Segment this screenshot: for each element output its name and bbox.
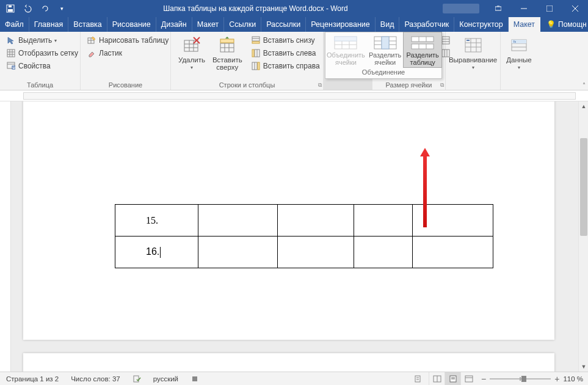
group-data: fx Данные <box>501 32 537 90</box>
dialog-launcher-icon[interactable]: ⧉ <box>440 82 444 89</box>
split-cells-label: Разделить ячейки <box>369 51 401 66</box>
insert-below-button[interactable]: Вставить снизу <box>249 34 322 46</box>
tab-table-layout[interactable]: Макет <box>509 17 540 32</box>
table-cell[interactable] <box>354 237 413 268</box>
zoom-level[interactable]: 110 % <box>563 375 583 383</box>
tab-constructor[interactable]: Конструктор <box>454 17 508 32</box>
delete-label: Удалить <box>178 56 205 64</box>
gridlines-label: Отобразить сетку <box>18 49 78 57</box>
group-draw: Нарисовать таблицу Ластик Рисование <box>81 32 171 90</box>
qat-more-icon[interactable]: ▾ <box>55 2 68 15</box>
view-print-button[interactable] <box>445 372 460 386</box>
split-cells-button[interactable]: Разделить ячейки <box>366 32 404 67</box>
table-cell[interactable] <box>413 205 493 237</box>
data-dropdown-button[interactable]: fx Данные <box>503 34 535 72</box>
status-wordcount[interactable]: Число слов: 37 <box>65 375 126 383</box>
table-cell[interactable] <box>277 205 354 237</box>
group-alignment: Выравнивание <box>446 32 501 90</box>
tab-design[interactable]: Дизайн <box>156 17 192 32</box>
properties-button[interactable]: Свойства <box>4 60 81 72</box>
tab-view[interactable]: Вид <box>376 17 400 32</box>
properties-label: Свойства <box>18 62 51 70</box>
titlebar: ▾ Шапка таблицы на каждой странице Word.… <box>0 0 588 17</box>
page-1[interactable]: 15. 16. <box>23 101 554 340</box>
tab-references[interactable]: Ссылки <box>224 17 261 32</box>
draw-table-button[interactable]: Нарисовать таблицу <box>84 34 171 46</box>
save-icon[interactable] <box>4 2 17 15</box>
view-web-button[interactable] <box>460 372 476 386</box>
table-row[interactable]: 16. <box>115 237 493 268</box>
track-changes-icon <box>414 375 423 383</box>
table-cell[interactable] <box>413 237 493 268</box>
status-proofing[interactable] <box>126 375 147 383</box>
scroll-thumb[interactable] <box>580 138 587 236</box>
vertical-ruler[interactable] <box>0 101 11 372</box>
svg-rect-37 <box>252 50 254 57</box>
merge-cells-label: Объединить ячейки <box>327 51 365 66</box>
tab-file[interactable]: Файл <box>0 17 29 32</box>
zoom-slider[interactable] <box>490 378 551 380</box>
status-bar: Страница 1 из 2 Число слов: 37 русский −… <box>0 372 588 385</box>
group-rowscols-label: Строки и столбцы⧉ <box>171 81 323 90</box>
minimize-icon[interactable] <box>511 0 537 17</box>
maximize-icon[interactable] <box>537 0 562 17</box>
status-page[interactable]: Страница 1 из 2 <box>0 375 65 383</box>
view-read-button[interactable] <box>429 372 445 386</box>
vertical-scrollbar[interactable]: ▲ ▼ <box>578 101 588 372</box>
page-2[interactable]: 17. 18. <box>23 353 554 372</box>
zoom-thumb[interactable] <box>521 376 526 382</box>
status-macro[interactable] <box>184 375 205 383</box>
account-badge[interactable] <box>443 4 479 13</box>
delete-icon <box>182 35 201 55</box>
horizontal-ruler[interactable] <box>0 90 588 101</box>
delete-button[interactable]: Удалить <box>175 34 209 72</box>
table-cell[interactable]: 15. <box>115 205 198 237</box>
merge-cells-icon <box>334 36 357 50</box>
tab-mailings[interactable]: Рассылки <box>261 17 306 32</box>
print-layout-icon <box>449 375 457 383</box>
alignment-dropdown-button[interactable]: Выравнивание <box>445 34 501 72</box>
tab-home[interactable]: Главная <box>29 17 69 32</box>
status-language[interactable]: русский <box>147 375 184 383</box>
scroll-down-icon[interactable]: ▼ <box>579 362 588 372</box>
view-gridlines-button[interactable]: Отобразить сетку <box>4 47 81 59</box>
status-track-changes[interactable] <box>408 375 429 383</box>
svg-rect-31 <box>220 39 234 43</box>
undo-icon[interactable] <box>21 2 34 15</box>
dialog-launcher-icon[interactable]: ⧉ <box>318 82 322 89</box>
redo-icon[interactable] <box>38 2 51 15</box>
tell-me[interactable]: 💡Помощн <box>540 17 588 32</box>
tab-developer[interactable]: Разработчик <box>399 17 454 32</box>
table-cell[interactable] <box>198 237 277 268</box>
svg-rect-8 <box>7 50 15 57</box>
group-cellsize-label: Размер ячейки⧉ <box>372 81 445 90</box>
tab-insert[interactable]: Вставка <box>68 17 107 32</box>
tab-draw[interactable]: Рисование <box>107 17 156 32</box>
insert-above-label: Вставить сверху <box>212 56 242 71</box>
table-cell[interactable]: 16. <box>115 237 198 268</box>
ribbon: Выделить Отобразить сетку Свойства Табли… <box>0 32 588 90</box>
collapse-ribbon-icon[interactable]: ˄ <box>583 82 586 89</box>
table-cell[interactable] <box>198 205 277 237</box>
insert-above-button[interactable]: Вставить сверху <box>209 34 246 72</box>
select-button[interactable]: Выделить <box>4 34 81 46</box>
table-row[interactable]: 15. <box>115 205 493 237</box>
split-table-button[interactable]: Разделить таблицу <box>403 32 442 68</box>
scroll-up-icon[interactable]: ▲ <box>579 101 588 111</box>
tab-review[interactable]: Рецензирование <box>306 17 376 32</box>
table-cell[interactable] <box>354 205 413 237</box>
close-icon[interactable] <box>562 0 588 17</box>
zoom-out-button[interactable]: − <box>481 374 486 384</box>
draw-table-label: Нарисовать таблицу <box>99 36 169 45</box>
insert-right-button[interactable]: Вставить справа <box>249 60 322 72</box>
proofing-icon <box>132 375 141 383</box>
select-icon <box>6 35 16 45</box>
eraser-label: Ластик <box>99 49 122 57</box>
table-page1[interactable]: 15. 16. <box>115 204 493 268</box>
tab-layout[interactable]: Макет <box>192 17 224 32</box>
insert-left-button[interactable]: Вставить слева <box>249 47 322 59</box>
ribbon-options-icon[interactable] <box>485 0 511 17</box>
eraser-button[interactable]: Ластик <box>84 47 171 59</box>
zoom-in-button[interactable]: + <box>554 374 559 384</box>
table-cell[interactable] <box>277 237 354 268</box>
